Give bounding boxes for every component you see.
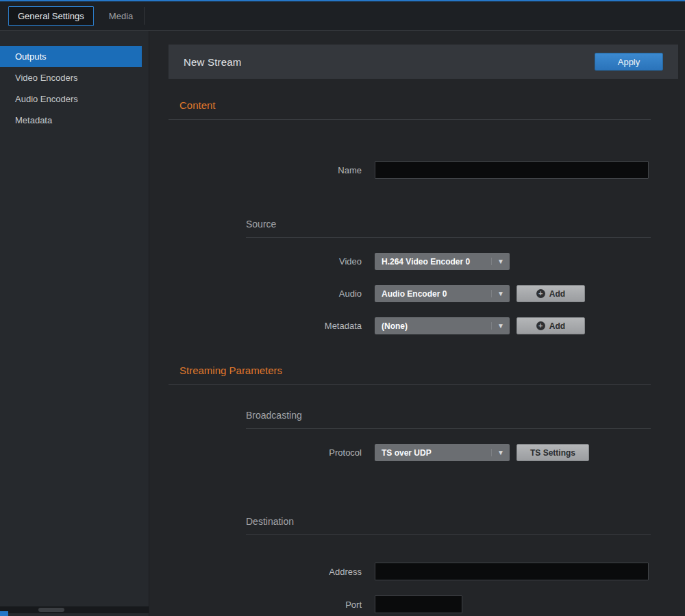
video-source-selected-value: H.264 Video Encoder 0: [382, 257, 470, 267]
chevron-down-icon: ▼: [491, 290, 504, 297]
add-metadata-label: Add: [549, 321, 565, 331]
chevron-down-icon: ▼: [491, 449, 504, 456]
sidebar-item-video-encoders[interactable]: Video Encoders: [0, 67, 142, 88]
port-input[interactable]: [375, 595, 462, 613]
protocol-dropdown[interactable]: TS over UDP ▼: [375, 444, 510, 461]
section-content-title: Content: [169, 79, 651, 120]
sidebar-item-metadata[interactable]: Metadata: [0, 110, 142, 131]
protocol-label: Protocol: [169, 447, 362, 458]
tab-media[interactable]: Media: [98, 6, 144, 26]
tab-general-settings-label: General Settings: [18, 11, 84, 21]
add-audio-button[interactable]: + Add: [516, 285, 585, 302]
audio-source-selected-value: Audio Encoder 0: [382, 289, 447, 299]
metadata-source-selected-value: (None): [382, 321, 408, 331]
audio-source-dropdown[interactable]: Audio Encoder 0 ▼: [375, 285, 510, 302]
settings-sidebar: Outputs Video Encoders Audio Encoders Me…: [0, 31, 149, 616]
stream-panel-header: New Stream Apply: [169, 45, 678, 79]
chevron-down-icon: ▼: [491, 322, 504, 330]
video-label: Video: [169, 256, 362, 267]
subsection-destination-title: Destination: [246, 516, 651, 535]
port-label: Port: [169, 600, 362, 610]
video-source-dropdown[interactable]: H.264 Video Encoder 0 ▼: [375, 253, 510, 270]
port-row: Port: [169, 595, 678, 613]
metadata-row: Metadata (None) ▼ + Add: [169, 317, 678, 334]
section-streaming-title: Streaming Parameters: [169, 334, 651, 385]
horizontal-scrollbar-thumb[interactable]: [38, 608, 64, 612]
audio-label: Audio: [169, 288, 362, 299]
name-input[interactable]: [375, 161, 649, 179]
metadata-label: Metadata: [169, 321, 362, 331]
address-row: Address: [169, 563, 678, 580]
video-row: Video H.264 Video Encoder 0 ▼: [169, 253, 678, 270]
tab-separator: [144, 7, 145, 25]
chevron-down-icon: ▼: [491, 258, 504, 265]
sidebar-item-audio-encoders[interactable]: Audio Encoders: [0, 88, 142, 110]
add-metadata-button[interactable]: + Add: [516, 317, 585, 334]
tab-general-settings[interactable]: General Settings: [8, 6, 94, 26]
apply-button[interactable]: Apply: [595, 53, 663, 71]
address-label: Address: [169, 567, 362, 577]
top-navigation-bar: General Settings Media: [0, 0, 685, 31]
ts-settings-label: TS Settings: [530, 448, 575, 458]
sidebar-item-outputs[interactable]: Outputs: [0, 46, 142, 67]
address-input[interactable]: [375, 563, 649, 580]
horizontal-scrollbar-track[interactable]: [0, 606, 149, 613]
page-title: New Stream: [184, 56, 242, 68]
audio-row: Audio Audio Encoder 0 ▼ + Add: [169, 285, 678, 302]
scrollbar-corner-accent: [0, 611, 8, 616]
plus-icon: +: [536, 321, 545, 330]
add-audio-label: Add: [549, 289, 565, 299]
tab-media-label: Media: [109, 11, 133, 21]
ts-settings-button[interactable]: TS Settings: [516, 444, 589, 461]
name-row: Name: [169, 161, 678, 179]
subsection-source-title: Source: [246, 219, 651, 238]
metadata-source-dropdown[interactable]: (None) ▼: [375, 317, 510, 334]
protocol-row: Protocol TS over UDP ▼ TS Settings: [169, 444, 678, 461]
main-content: New Stream Apply Content Name Source Vid…: [149, 31, 685, 616]
subsection-broadcasting-title: Broadcasting: [246, 410, 651, 429]
name-label: Name: [169, 165, 362, 175]
plus-icon: +: [536, 289, 545, 298]
protocol-selected-value: TS over UDP: [382, 448, 432, 458]
